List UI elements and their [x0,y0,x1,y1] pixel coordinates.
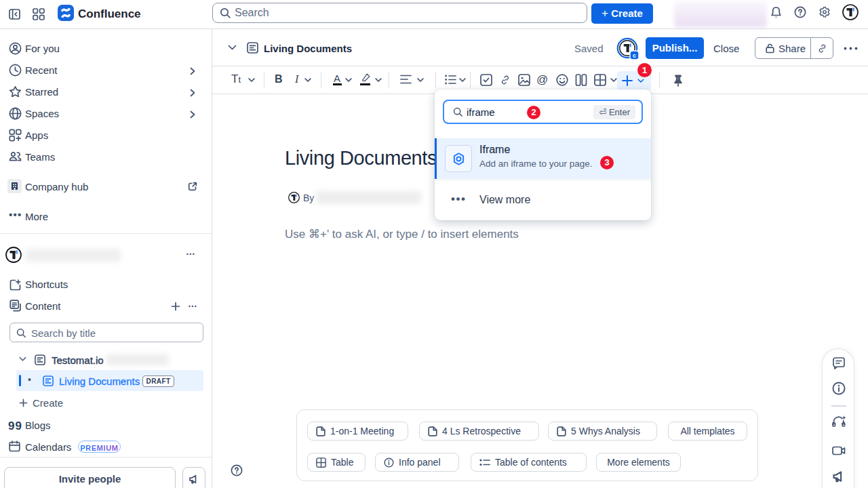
svg-text:c: c [633,52,636,59]
